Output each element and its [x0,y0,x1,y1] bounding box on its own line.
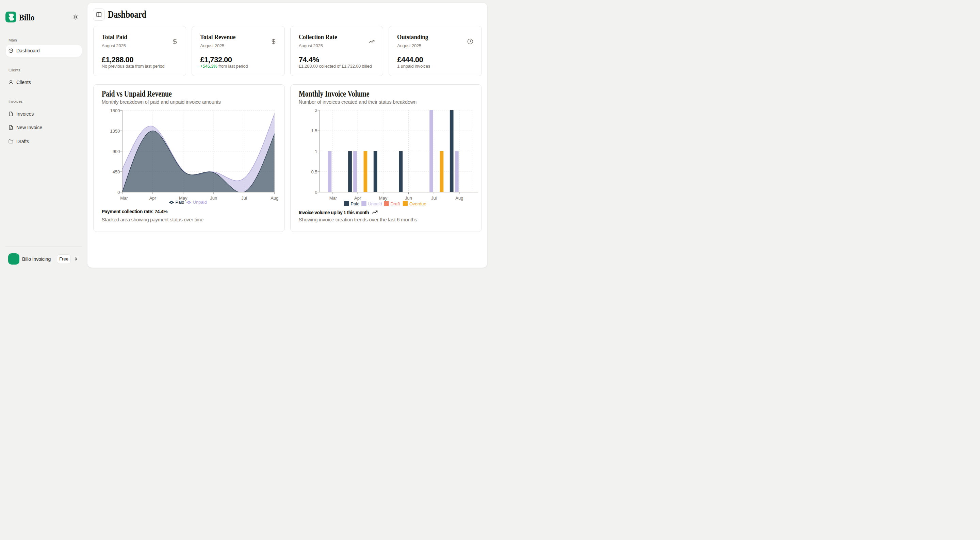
svg-text:1: 1 [315,149,317,154]
svg-text:900: 900 [112,149,120,154]
svg-text:0: 0 [118,190,120,195]
svg-text:0: 0 [315,190,317,195]
svg-text:Mar: Mar [120,195,128,201]
svg-text:Apr: Apr [354,195,361,201]
svg-text:0.5: 0.5 [311,169,317,175]
svg-text:Draft: Draft [390,201,400,206]
svg-text:Overdue: Overdue [409,201,426,206]
svg-text:450: 450 [112,169,120,175]
svg-text:Apr: Apr [149,195,156,201]
svg-text:May: May [379,195,387,201]
svg-text:Aug: Aug [455,195,463,201]
svg-text:Paid: Paid [175,200,184,205]
svg-text:Mar: Mar [329,195,337,201]
svg-text:Aug: Aug [270,195,278,201]
svg-text:Unpaid: Unpaid [368,201,382,206]
svg-text:1350: 1350 [110,129,120,133]
svg-text:Paid: Paid [350,201,360,206]
svg-text:Jul: Jul [431,195,437,201]
svg-text:2: 2 [315,108,317,113]
svg-text:Jun: Jun [210,195,217,201]
svg-text:1800: 1800 [110,108,120,113]
svg-text:1.5: 1.5 [311,128,317,133]
svg-text:Jul: Jul [241,195,247,201]
svg-text:Unpaid: Unpaid [192,200,207,205]
svg-text:Jun: Jun [405,195,412,201]
